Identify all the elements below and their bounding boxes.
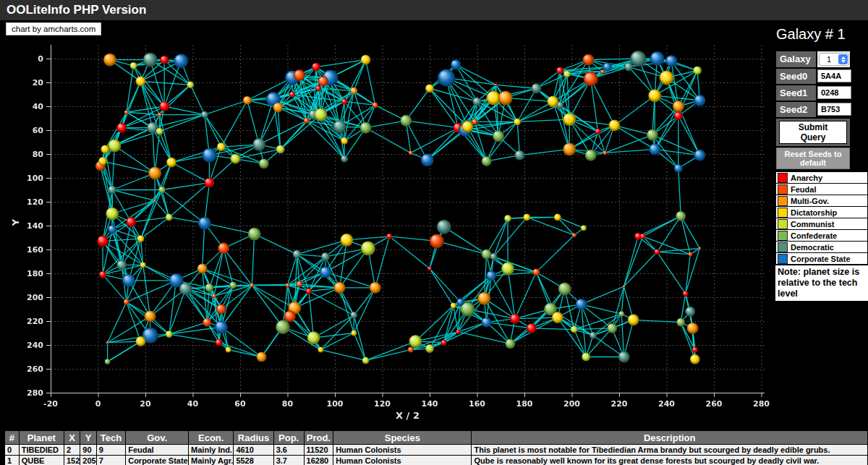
column-header: Pop. [273,431,304,445]
table-cell: 205 [80,456,96,465]
column-header: Species [333,431,472,445]
legend-swatch-icon [778,231,788,241]
submit-query-button[interactable]: Submit Query [779,121,847,144]
legend-swatch-icon [778,242,788,252]
column-header: Radius [234,431,273,445]
stepper-icon[interactable] [838,54,848,64]
app: OOLiteInfo PHP Version chart by amcharts… [0,0,868,465]
table-cell: 3.6 [273,445,304,456]
sidebar: Galaxy # 1 Galaxy 1 Seed0Seed1Seed2 Subm… [771,20,868,301]
legend-label: Confederate [791,231,837,240]
seed2-label: Seed2 [776,102,816,117]
table-header-row: #PlanetXYTechGov.Econ.RadiusPop.Prod.Spe… [5,431,868,445]
seed1-input[interactable] [817,86,851,99]
legend-swatch-icon [778,219,788,229]
table-cell: Qube is reasonably well known for its gr… [472,456,868,465]
legend-item: Feudal [776,184,867,195]
table-cell: 7 [96,456,126,465]
galaxy-select-value: 1 [820,55,838,64]
table-row[interactable]: 1QUBE1522057Corporate StateMainly Agr.55… [5,456,868,465]
table-cell: Corporate State [126,456,189,465]
table-cell: 152 [64,456,80,465]
legend-label: Democratic [791,243,834,252]
legend-swatch-icon [778,208,788,218]
seed0-label: Seed0 [776,69,816,84]
table-row[interactable]: 0TIBEDIED2909FeudalMainly Ind.46103.6115… [5,445,868,456]
legend-item: Corporate State [776,253,867,265]
table-cell: Mainly Ind. [189,445,234,456]
legend-label: Dictatorship [791,208,837,217]
tech-level-note: Note: planet size is relative to the tec… [775,265,868,301]
seed0-row: Seed0 [776,69,850,84]
table-cell: 90 [80,445,96,456]
seed2-row: Seed2 [776,102,850,117]
table-cell: 16280 [304,456,333,465]
table-cell: Mainly Agr. [189,456,234,465]
galaxy-select-cell: 1 [817,51,850,67]
galaxy-map-chart[interactable] [0,20,771,430]
table-cell: 2 [64,445,80,456]
table-cell: 1 [5,456,20,465]
planet-table-wrap: #PlanetXYTechGov.Econ.RadiusPop.Prod.Spe… [4,430,868,465]
legend-swatch-icon [778,184,788,195]
column-header: Planet [19,431,64,445]
table-cell: QUBE [19,456,64,465]
legend-label: Corporate State [791,255,851,263]
table-cell: TIBEDIED [19,445,64,456]
table-cell: 11520 [304,445,333,456]
column-header: Gov. [126,431,189,445]
legend-swatch-icon [778,196,788,206]
column-header: # [5,431,20,445]
column-header: Prod. [304,431,333,445]
submit-row: Submit Query [776,119,850,146]
table-cell: 9 [96,445,126,456]
seed1-row: Seed1 [776,85,850,101]
legend-label: Multi-Gov. [791,197,829,205]
legend-item: Democratic [776,242,867,253]
table-cell: Human Colonists [333,456,472,465]
table-cell: 0 [5,445,20,456]
legend-swatch-icon [778,254,788,264]
column-header: Y [80,431,96,445]
table-cell: This planet is most notable for Tibedied… [472,445,868,456]
legend-swatch-icon [778,173,788,183]
legend-item: Communist [776,218,867,230]
legend-label: Anarchy [791,174,822,182]
seed1-label: Seed1 [776,85,816,101]
legend-item: Confederate [776,230,867,242]
galaxy-heading: Galaxy # 1 [776,26,868,43]
galaxy-label: Galaxy [776,51,816,67]
table-cell: 3.7 [273,456,304,465]
legend-item: Dictatorship [776,207,867,218]
galaxy-select[interactable]: 1 [819,53,849,66]
table-cell: Feudal [126,445,189,456]
reset-seeds-button[interactable]: Reset Seeds to default [776,148,850,169]
legend-item: Anarchy [776,172,867,184]
table-cell: 5528 [234,456,273,465]
table-cell: 4610 [234,445,273,456]
page-title: OOLiteInfo PHP Version [0,0,868,20]
seed2-input[interactable] [817,103,851,116]
planet-table: #PlanetXYTechGov.Econ.RadiusPop.Prod.Spe… [4,430,868,465]
legend-label: Feudal [791,185,816,194]
seed-form: Galaxy 1 Seed0Seed1Seed2 Submit Query Re… [776,51,850,169]
legend-item: Multi-Gov. [776,195,867,207]
amcharts-credit-label[interactable]: chart by amcharts.com [6,22,101,35]
government-legend: AnarchyFeudalMulti-Gov.DictatorshipCommu… [775,171,868,265]
column-header: Econ. [189,431,234,445]
seed0-input[interactable] [817,69,851,82]
column-header: Description [472,431,868,445]
legend-label: Communist [791,220,835,229]
galaxy-row: Galaxy 1 [776,51,850,67]
table-cell: Human Colonists [333,445,472,456]
seed-rows: Seed0Seed1Seed2 [776,69,850,117]
column-header: X [64,431,80,445]
column-header: Tech [96,431,126,445]
